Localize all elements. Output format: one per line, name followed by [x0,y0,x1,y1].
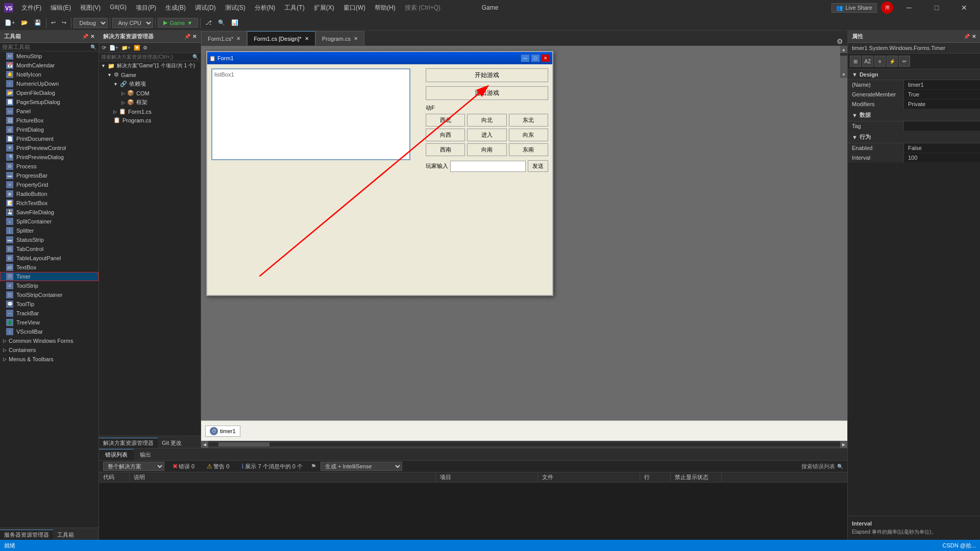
listbox1[interactable]: listBox1 [211,68,410,160]
menu-view[interactable]: 视图(V) [76,3,105,13]
toolbox-section-common[interactable]: ▷ Common Windows Forms [0,336,99,345]
send-button[interactable]: 发送 [528,160,548,172]
tab-form1-cs-close[interactable]: ✕ [236,36,240,41]
solution-new-file-icon[interactable]: 📄+ [108,44,119,52]
solution-filter-icon[interactable]: 🔽 [133,44,141,52]
menu-test[interactable]: 测试(S) [221,3,250,13]
minimize-button[interactable]: ─ [897,0,921,15]
toolbox-item-timer[interactable]: ⏱ Timer [0,272,99,281]
prop-alphabetical-button[interactable]: AZ [862,56,873,67]
player-input-field[interactable] [450,161,526,172]
scope-dropdown[interactable]: 整个解决方案 [103,462,164,471]
tab-form1-cs[interactable]: Form1.cs* ✕ [201,31,247,45]
tree-framework[interactable]: ▷ 📦 框架 [99,97,201,107]
win-form[interactable]: 📋 Form1 ─ □ ✕ [206,51,553,296]
toolbox-item-printdocument[interactable]: 📄 PrintDocument [0,134,99,143]
prop-enabled-value[interactable]: False [904,143,980,153]
tab-form1-design-close[interactable]: ✕ [305,36,309,41]
toolbox-item-splitter[interactable]: | Splitter [0,226,99,235]
tab-settings-icon[interactable]: ⚙ [832,37,847,45]
dir-e-button[interactable]: 向东 [509,129,548,141]
menu-window[interactable]: 窗口(W) [339,3,370,13]
prop-modifiers-value[interactable]: Private [904,99,980,109]
output-tab[interactable]: 输出 [134,449,157,460]
solution-close-icon[interactable]: ✕ [192,34,197,39]
toolbox-item-picturebox[interactable]: 🖼 PictureBox [0,116,99,125]
menu-search[interactable]: 搜索 (Ctrl+Q) [401,3,445,13]
toolbox-item-treeview[interactable]: 🌲 TreeView [0,318,99,327]
git-changes-tab[interactable]: Git 更改 [158,438,186,448]
menu-analyze[interactable]: 分析(N) [251,3,280,13]
live-share-button[interactable]: 👥 Live Share [831,3,877,13]
solution-search-input[interactable] [101,54,192,60]
solution-sync-icon[interactable]: ⟳ [101,44,107,52]
toolbox-item-textbox[interactable]: ab TextBox [0,263,99,272]
git-button[interactable]: ⎇ [203,18,214,28]
toolbox-item-panel[interactable]: ▭ Panel [0,107,99,116]
properties-pin-icon[interactable]: 📌 [964,34,970,39]
toolbox-item-toolstrip[interactable]: ≡ ToolStrip [0,281,99,290]
solution-pin-icon[interactable]: 📌 [184,34,190,39]
prop-categorized-button[interactable]: ⊞ [850,56,861,67]
solution-explorer-bottom-tab[interactable]: 解决方案资源管理器 [99,438,158,448]
prop-interval-value[interactable]: 100 [904,153,980,162]
toolbox-close-icon[interactable]: ✕ [90,34,94,39]
designer-canvas[interactable]: 📋 Form1 ─ □ ✕ [201,46,847,420]
prop-properties-button[interactable]: ≡ [874,56,886,67]
tree-solution[interactable]: ▼ 📁 解决方案"Game"(1 个项目/共 1 个) [99,61,201,70]
menu-debug[interactable]: 调试(D) [191,3,220,13]
menu-file[interactable]: 文件(F) [17,3,45,13]
debug-config-dropdown[interactable]: Debug [74,18,108,28]
toolbox-item-progressbar[interactable]: ▬ ProgressBar [0,171,99,180]
toolbox-item-pagesetupdialog[interactable]: 📃 PageSetupDialog [0,97,99,107]
exit-game-button[interactable]: 退出游戏 [426,86,548,100]
toolbox-item-vscrollbar[interactable]: ↕ VScrollBar [0,327,99,336]
toolbox-item-trackbar[interactable]: ─ TrackBar [0,309,99,318]
toolbox-search-input[interactable] [2,44,90,50]
toolbox-item-tablelayoutpanel[interactable]: ⊞ TableLayoutPanel [0,254,99,263]
tree-dependencies[interactable]: ▼ 🔗 依赖项 [99,79,201,89]
error-list-tab[interactable]: 错误列表 [99,449,134,460]
toolbox-item-printpreviewcontrol[interactable]: 👁 PrintPreviewControl [0,143,99,153]
prop-generatemember-value[interactable]: True [904,90,980,99]
toolbox-item-statusstrip[interactable]: ▬ StatusStrip [0,235,99,244]
dir-sw-button[interactable]: 西南 [426,143,465,156]
dir-nw-button[interactable]: 西北 [426,114,465,127]
scroll-thumb-h[interactable] [218,442,270,446]
toolbox-item-tooltip[interactable]: 💬 ToolTip [0,299,99,309]
vertical-scrollbar[interactable]: ▲ ▼ [840,46,847,78]
tree-program-cs[interactable]: 📋 Program.cs [99,116,201,124]
prop-section-design[interactable]: ▼ Design [848,69,980,80]
menu-tools[interactable]: 工具(T) [280,3,308,13]
prop-events-button[interactable]: ⚡ [887,56,898,67]
tab-program-cs-close[interactable]: ✕ [354,36,358,41]
dir-n-button[interactable]: 向北 [467,114,506,127]
dir-se-button[interactable]: 东南 [509,143,548,156]
toolbox-item-printdialog[interactable]: 🖨 PrintDialog [0,125,99,134]
timer1-component[interactable]: ⏱ timer1 [205,425,240,437]
close-button[interactable]: ✕ [952,0,976,15]
dir-center-button[interactable]: 进入 [467,129,506,141]
toolbox-item-splitcontainer[interactable]: ⫰ SplitContainer [0,217,99,226]
info-badge[interactable]: ℹ 展示 7 个消息中的 0 个 [237,462,306,471]
redo-button[interactable]: ↪ [59,18,69,28]
toolbox-item-process[interactable]: ⚙ Process [0,162,99,171]
toolbox-item-printpreviewdialog[interactable]: 🔎 PrintPreviewDialog [0,153,99,162]
dir-w-button[interactable]: 向西 [426,129,465,141]
win-minimize-button[interactable]: ─ [521,54,530,62]
dir-s-button[interactable]: 向南 [467,143,506,156]
tree-form1-cs[interactable]: ▷ 📋 Form1.cs [99,107,201,116]
tree-com[interactable]: ▷ 📦 COM [99,89,201,97]
scroll-thumb[interactable] [840,56,847,71]
toolbox-pin-icon[interactable]: 📌 [82,34,88,39]
new-file-button[interactable]: 📄+ [2,18,17,28]
toolbox-item-tabcontrol[interactable]: ⊟ TabControl [0,244,99,254]
error-badge[interactable]: ✖ 错误 0 [168,462,199,471]
toolbox-item-notifyicon[interactable]: 🔔 NotifyIcon [0,70,99,79]
tree-project[interactable]: ▼ ⚙ Game [99,70,201,79]
error-search-icon[interactable]: 🔍 [837,464,843,469]
toolbox-item-propertygrid[interactable]: ≡ PropertyGrid [0,180,99,189]
toolbox-item-numericupdown[interactable]: ↕ NumericUpDown [0,79,99,88]
toolbox-section-containers[interactable]: ▷ Containers [0,345,99,355]
menu-git[interactable]: Git(G) [106,3,131,13]
